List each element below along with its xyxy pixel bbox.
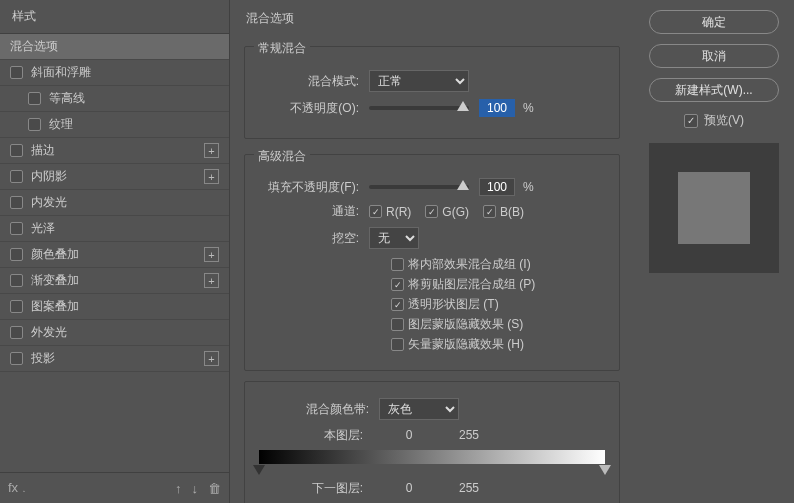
preview-box bbox=[649, 143, 779, 273]
knockout-select[interactable]: 无 bbox=[369, 227, 419, 249]
adv-option-label: 将内部效果混合成组 (I) bbox=[408, 256, 531, 273]
add-effect-icon[interactable]: + bbox=[204, 169, 219, 184]
style-item-4[interactable]: 描边+ bbox=[0, 138, 229, 164]
preview-checkbox[interactable] bbox=[684, 114, 698, 128]
style-item-6[interactable]: 内发光 bbox=[0, 190, 229, 216]
style-item-label: 混合选项 bbox=[10, 38, 219, 55]
style-checkbox[interactable] bbox=[10, 326, 23, 339]
style-item-0[interactable]: 混合选项 bbox=[0, 34, 229, 60]
adv-option-checkbox[interactable] bbox=[391, 278, 404, 291]
adv-option-checkbox[interactable] bbox=[391, 298, 404, 311]
style-checkbox[interactable] bbox=[10, 170, 23, 183]
style-checkbox[interactable] bbox=[28, 118, 41, 131]
style-item-10[interactable]: 图案叠加 bbox=[0, 294, 229, 320]
add-effect-icon[interactable]: + bbox=[204, 273, 219, 288]
style-checkbox[interactable] bbox=[10, 196, 23, 209]
style-item-label: 等高线 bbox=[49, 90, 219, 107]
blend-mode-label: 混合模式: bbox=[259, 73, 369, 90]
style-item-label: 描边 bbox=[31, 142, 219, 159]
preview-label: 预览(V) bbox=[704, 112, 744, 129]
channel-g-checkbox[interactable] bbox=[425, 205, 438, 218]
left-footer: fx﹒ ↑ ↓ 🗑 bbox=[0, 472, 229, 503]
move-down-icon[interactable]: ↓ bbox=[192, 481, 199, 496]
style-item-label: 纹理 bbox=[49, 116, 219, 133]
style-checkbox[interactable] bbox=[10, 274, 23, 287]
adv-option-checkbox[interactable] bbox=[391, 318, 404, 331]
this-layer-label: 本图层: bbox=[259, 427, 379, 444]
cancel-button[interactable]: 取消 bbox=[649, 44, 779, 68]
style-item-12[interactable]: 投影+ bbox=[0, 346, 229, 372]
blend-if-select[interactable]: 灰色 bbox=[379, 398, 459, 420]
style-item-8[interactable]: 颜色叠加+ bbox=[0, 242, 229, 268]
channel-b-checkbox[interactable] bbox=[483, 205, 496, 218]
style-item-label: 内发光 bbox=[31, 194, 219, 211]
style-item-label: 光泽 bbox=[31, 220, 219, 237]
styles-header: 样式 bbox=[0, 0, 229, 34]
style-item-label: 投影 bbox=[31, 350, 219, 367]
style-item-2[interactable]: 等高线 bbox=[0, 86, 229, 112]
advanced-group-title: 高级混合 bbox=[254, 148, 310, 165]
preview-swatch bbox=[678, 172, 750, 244]
style-item-label: 内阴影 bbox=[31, 168, 219, 185]
style-item-7[interactable]: 光泽 bbox=[0, 216, 229, 242]
style-item-9[interactable]: 渐变叠加+ bbox=[0, 268, 229, 294]
blend-if-label: 混合颜色带: bbox=[259, 401, 379, 418]
opacity-pct: % bbox=[523, 101, 534, 115]
blend-if-group: 混合颜色带: 灰色 本图层: 0 255 下一图层: 0 255 bbox=[244, 381, 620, 503]
blend-mode-select[interactable]: 正常 bbox=[369, 70, 469, 92]
add-effect-icon[interactable]: + bbox=[204, 351, 219, 366]
this-layer-gradient[interactable] bbox=[259, 450, 605, 464]
style-checkbox[interactable] bbox=[10, 248, 23, 261]
style-item-11[interactable]: 外发光 bbox=[0, 320, 229, 346]
adv-option-1: 将剪贴图层混合成组 (P) bbox=[259, 276, 605, 293]
channels-label: 通道: bbox=[259, 203, 369, 220]
style-item-label: 图案叠加 bbox=[31, 298, 219, 315]
adv-option-label: 图层蒙版隐藏效果 (S) bbox=[408, 316, 523, 333]
fx-icon[interactable]: fx﹒ bbox=[8, 479, 31, 497]
adv-option-checkbox[interactable] bbox=[391, 258, 404, 271]
style-list: 混合选项斜面和浮雕等高线纹理描边+内阴影+内发光光泽颜色叠加+渐变叠加+图案叠加… bbox=[0, 34, 229, 472]
style-item-5[interactable]: 内阴影+ bbox=[0, 164, 229, 190]
under-layer-v0: 0 bbox=[379, 481, 439, 495]
style-checkbox[interactable] bbox=[28, 92, 41, 105]
opacity-slider[interactable] bbox=[369, 106, 469, 110]
preview-checkbox-row: 预览(V) bbox=[684, 112, 744, 129]
fill-opacity-value[interactable]: 100 bbox=[479, 178, 515, 196]
style-item-3[interactable]: 纹理 bbox=[0, 112, 229, 138]
advanced-blend-group: 填充不透明度(F): 100 % 通道: R(R) G(G) B(B) 挖空: … bbox=[244, 154, 620, 371]
channel-r-checkbox[interactable] bbox=[369, 205, 382, 218]
adv-option-label: 矢量蒙版隐藏效果 (H) bbox=[408, 336, 524, 353]
adv-option-3: 图层蒙版隐藏效果 (S) bbox=[259, 316, 605, 333]
this-layer-v0: 0 bbox=[379, 428, 439, 442]
ok-button[interactable]: 确定 bbox=[649, 10, 779, 34]
adv-option-checkbox[interactable] bbox=[391, 338, 404, 351]
under-layer-label: 下一图层: bbox=[259, 480, 379, 497]
style-item-label: 外发光 bbox=[31, 324, 219, 341]
style-item-label: 颜色叠加 bbox=[31, 246, 219, 263]
style-checkbox[interactable] bbox=[10, 144, 23, 157]
adv-option-4: 矢量蒙版隐藏效果 (H) bbox=[259, 336, 605, 353]
style-checkbox[interactable] bbox=[10, 66, 23, 79]
basic-blend-group: 混合模式: 正常 不透明度(O): 100 % bbox=[244, 46, 620, 139]
knockout-label: 挖空: bbox=[259, 230, 369, 247]
adv-option-label: 透明形状图层 (T) bbox=[408, 296, 499, 313]
move-up-icon[interactable]: ↑ bbox=[175, 481, 182, 496]
opacity-label: 不透明度(O): bbox=[259, 100, 369, 117]
new-style-button[interactable]: 新建样式(W)... bbox=[649, 78, 779, 102]
blend-options-title: 混合选项 bbox=[244, 6, 620, 31]
basic-group-title: 常规混合 bbox=[254, 40, 310, 57]
style-item-1[interactable]: 斜面和浮雕 bbox=[0, 60, 229, 86]
fill-opacity-slider[interactable] bbox=[369, 185, 469, 189]
trash-icon[interactable]: 🗑 bbox=[208, 481, 221, 496]
style-item-label: 渐变叠加 bbox=[31, 272, 219, 289]
opacity-value[interactable]: 100 bbox=[479, 99, 515, 117]
style-checkbox[interactable] bbox=[10, 222, 23, 235]
style-checkbox[interactable] bbox=[10, 352, 23, 365]
adv-option-label: 将剪贴图层混合成组 (P) bbox=[408, 276, 535, 293]
under-layer-v1: 255 bbox=[439, 481, 499, 495]
adv-option-0: 将内部效果混合成组 (I) bbox=[259, 256, 605, 273]
style-checkbox[interactable] bbox=[10, 300, 23, 313]
add-effect-icon[interactable]: + bbox=[204, 143, 219, 158]
adv-option-2: 透明形状图层 (T) bbox=[259, 296, 605, 313]
add-effect-icon[interactable]: + bbox=[204, 247, 219, 262]
